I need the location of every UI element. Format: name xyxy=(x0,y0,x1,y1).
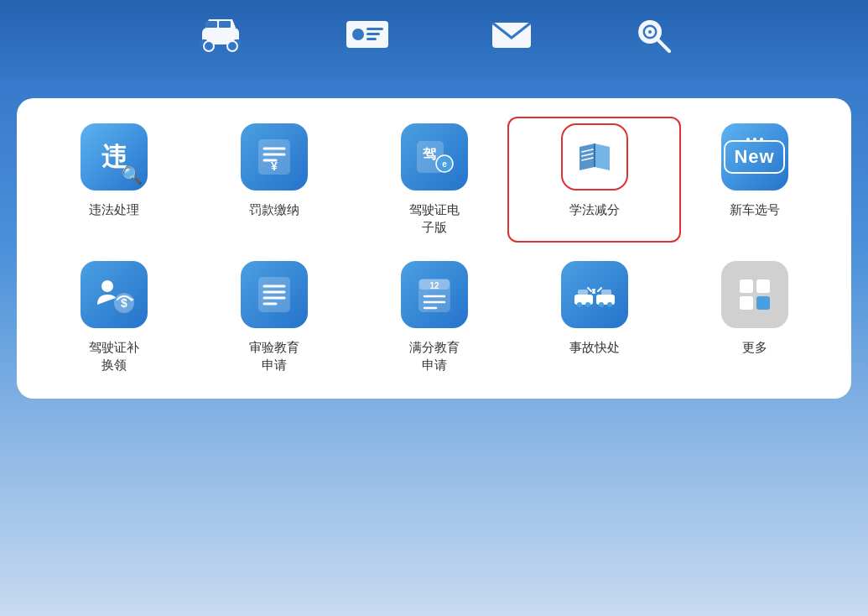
more-label: 更多 xyxy=(742,338,767,356)
grid-item-fine[interactable]: ¥ 罚款缴纳 xyxy=(194,123,354,236)
license-digital-icon: 驾 e xyxy=(401,123,468,191)
study-reduce-icon xyxy=(561,123,628,191)
license-digital-label: 驾驶证电子版 xyxy=(409,201,460,236)
svg-point-51 xyxy=(599,302,604,307)
main-card: 违 🔍 违法处理 ¥ 罚款缴纳 驾 xyxy=(17,98,851,399)
svg-rect-12 xyxy=(366,38,377,40)
grid-item-new-plate[interactable]: New 新车选号 xyxy=(674,123,834,236)
grid-item-violation[interactable]: 违 🔍 违法处理 xyxy=(34,123,194,236)
svg-point-32 xyxy=(101,280,113,292)
accident-icon xyxy=(561,261,628,328)
fine-label: 罚款缴纳 xyxy=(249,201,299,218)
svg-point-9 xyxy=(352,29,364,40)
svg-rect-7 xyxy=(219,21,231,28)
license-reissue-label: 驾驶证补换领 xyxy=(89,338,139,373)
grid-item-full-score[interactable]: 12 满分教育申请 xyxy=(354,261,514,373)
svg-text:驾: 驾 xyxy=(422,147,436,161)
mail-nav-icon[interactable] xyxy=(491,18,533,57)
svg-rect-10 xyxy=(366,28,383,30)
full-score-icon: 12 xyxy=(401,261,468,328)
top-navigation xyxy=(0,0,868,78)
violation-label: 违法处理 xyxy=(89,201,139,218)
svg-point-18 xyxy=(648,30,652,34)
id-card-nav-icon[interactable] xyxy=(345,18,390,57)
fine-icon: ¥ xyxy=(241,123,308,191)
svg-point-50 xyxy=(585,302,590,307)
svg-rect-57 xyxy=(578,290,588,296)
svg-rect-60 xyxy=(756,279,770,293)
grid-item-accident[interactable]: 事故快处 xyxy=(514,261,674,373)
license-reissue-icon: $ xyxy=(81,261,148,328)
more-icon xyxy=(721,261,788,328)
svg-rect-61 xyxy=(740,296,753,310)
grid-item-study-reduce[interactable]: 学法减分 xyxy=(514,123,674,236)
review-edu-icon xyxy=(241,261,308,328)
full-score-label: 满分教育申请 xyxy=(409,338,460,373)
svg-text:12: 12 xyxy=(429,281,439,290)
review-edu-label: 审验教育申请 xyxy=(249,338,299,373)
bottom-area xyxy=(0,415,868,616)
svg-point-4 xyxy=(204,41,214,51)
svg-line-56 xyxy=(598,288,601,291)
svg-line-17 xyxy=(658,40,669,51)
car-nav-icon[interactable] xyxy=(197,16,244,59)
svg-point-5 xyxy=(227,41,237,51)
svg-text:e: e xyxy=(442,159,447,169)
grid-item-license-reissue[interactable]: $ 驾驶证补换领 xyxy=(34,261,194,373)
svg-rect-58 xyxy=(601,290,611,296)
svg-point-49 xyxy=(577,302,582,307)
grid-item-review-edu[interactable]: 审验教育申请 xyxy=(194,261,354,373)
svg-text:$: $ xyxy=(121,296,127,310)
svg-text:¥: ¥ xyxy=(271,159,278,173)
grid-item-license-digital[interactable]: 驾 e 驾驶证电子版 xyxy=(354,123,514,236)
grid-item-more[interactable]: 更多 xyxy=(674,261,834,373)
study-reduce-label: 学法减分 xyxy=(569,201,620,218)
svg-point-52 xyxy=(607,302,612,307)
svg-rect-6 xyxy=(205,21,217,28)
service-grid: 违 🔍 违法处理 ¥ 罚款缴纳 驾 xyxy=(34,123,834,373)
search-nav-icon[interactable] xyxy=(633,15,672,60)
svg-rect-62 xyxy=(756,296,770,310)
svg-rect-59 xyxy=(740,279,753,293)
svg-rect-36 xyxy=(259,278,289,311)
svg-rect-11 xyxy=(366,33,380,35)
new-plate-label: 新车选号 xyxy=(730,201,780,218)
new-plate-icon: New xyxy=(721,123,788,191)
violation-icon: 违 🔍 xyxy=(81,123,148,191)
svg-line-55 xyxy=(588,288,591,291)
accident-label: 事故快处 xyxy=(569,338,620,356)
